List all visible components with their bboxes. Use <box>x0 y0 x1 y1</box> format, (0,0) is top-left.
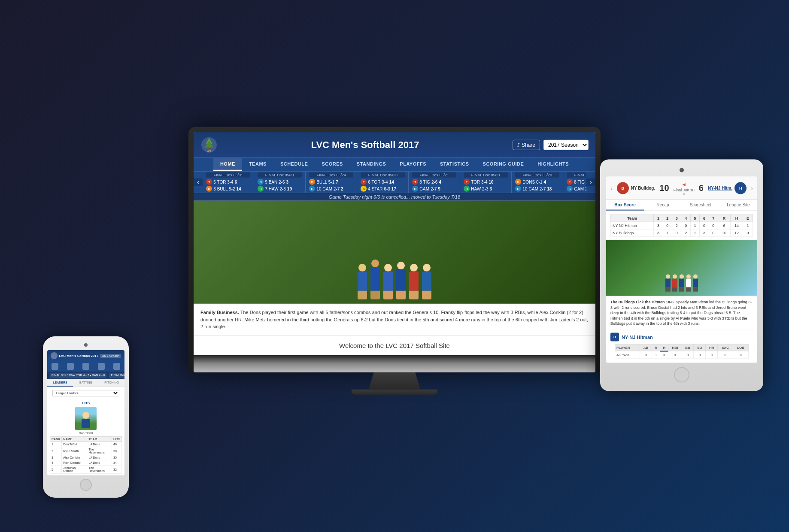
team-icon-gam: G <box>309 186 315 192</box>
season-select[interactable]: 2017 Season <box>543 140 589 150</box>
phone-stats-table: RANK NAME TEAM HITS 1 Don Trifari LA Don… <box>50 436 122 474</box>
phone-nav-stats-icon[interactable] <box>98 363 105 370</box>
score-card-3: FINAL Box 05/24 B BULL 5-1 7 G 10 GAM 2-… <box>306 172 357 193</box>
score-gam: 2 <box>341 186 343 191</box>
player-body-6 <box>422 272 431 291</box>
phone-league-select[interactable]: League Leaders <box>52 390 119 396</box>
team-icon-star: S <box>361 186 367 192</box>
player-legs-3 <box>383 291 393 299</box>
row2-e: 0 <box>743 229 753 236</box>
player-legs-2 <box>370 291 380 299</box>
player-body-2 <box>370 267 380 291</box>
table-row: NY Bulldogs 3 1 0 2 1 3 0 10 12 0 <box>611 229 753 236</box>
monitor-screen: LVC LVC Men's Softball 2017 ⤴ Share 2017… <box>194 132 595 372</box>
pt-player-name: Al Paleo <box>615 351 640 359</box>
row2-1: 3 <box>654 229 663 236</box>
player-legs-4 <box>396 291 406 299</box>
name-1: Don Trifari <box>62 442 87 447</box>
player-head-6 <box>423 264 431 272</box>
phone-tab-leaders[interactable]: LEADERS <box>47 379 73 387</box>
name-5: Jonathan Ottman <box>62 466 87 474</box>
mini-legs-3 <box>679 287 684 292</box>
tablet-tab-recap[interactable]: Recap <box>644 200 682 211</box>
row1-7: 0 <box>709 222 718 229</box>
score-date-7: FINAL Box 05/20 <box>515 172 559 178</box>
nav-scoring-guide[interactable]: SCORING GUIDE <box>476 158 531 171</box>
phone-logo-icon <box>51 352 58 359</box>
team-name-gam4: GAM 2-7 <box>574 186 586 191</box>
psm-card-2: FINAL Box 07/11 ▸ GEN • 7 <box>109 373 124 378</box>
score-row-8b: G GAM 2-7 9 <box>567 185 586 192</box>
nav-statistics[interactable]: STATISTICS <box>433 158 476 171</box>
row2-h: 12 <box>731 229 743 236</box>
team-name-gam2: GAM 2-7 <box>419 186 437 191</box>
scores-prev-arrow[interactable]: ‹ <box>194 178 203 186</box>
row2-2: 1 <box>663 229 672 236</box>
pt-col-sac: SAC <box>718 344 733 351</box>
phone-nav-schedule-icon[interactable] <box>82 363 89 370</box>
player-head-2 <box>371 260 379 267</box>
mini-legs-5 <box>693 287 698 292</box>
score-card-7: FINAL Box 05/20 D DONS 0-1 4 G 10 GAM 2-… <box>512 172 563 193</box>
nav-home[interactable]: HOME <box>213 158 242 171</box>
score-date-8: FINAL Box 05/20 <box>567 172 586 178</box>
logo-icon: LVC <box>200 136 218 154</box>
phone-nav-teams-icon[interactable] <box>67 363 74 370</box>
phone-avatar-person <box>82 409 90 428</box>
tablet-score-arrow: ◄ <box>681 181 686 187</box>
score-card-1: FINAL Box 06/01 T 6 TOR 3-4 6 B 3 BULL 5… <box>203 172 254 193</box>
hits-5: 32 <box>112 466 122 474</box>
mini-person-1 <box>665 275 671 292</box>
phone-home-button[interactable] <box>80 479 92 491</box>
tablet-next-arrow[interactable]: › <box>751 184 753 191</box>
team-name-bull: 3 BULL 5-2 <box>213 186 235 191</box>
col-7: 7 <box>709 215 718 222</box>
name-3: Alex Conklin <box>62 455 87 460</box>
score-row-7b: G 10 GAM 2-7 18 <box>515 185 559 192</box>
tablet-home-button[interactable] <box>674 367 689 383</box>
phone-tab-pitching[interactable]: PITCHING <box>99 379 124 387</box>
table-row: 4 Rich Colauro LA Dons 34 <box>50 460 122 466</box>
col-2: 2 <box>663 215 672 222</box>
row2-team: NY Bulldogs <box>611 229 654 236</box>
share-button[interactable]: ⤴ Share <box>513 140 540 150</box>
tablet-tab-boxscore[interactable]: Box Score <box>606 200 644 211</box>
player-head-4 <box>397 262 405 269</box>
tablet-away-score-num: 10 <box>659 183 669 193</box>
player-head-3 <box>384 264 392 272</box>
nav-scores[interactable]: SCORES <box>315 158 349 171</box>
phone-tab-batting[interactable]: BATTING <box>73 379 99 387</box>
pt-lob: 0 <box>733 351 749 359</box>
tablet-home-team: NY-NJ Hitm. H <box>708 182 747 194</box>
table-row: 2 Ryan Smith The Havenmans 38 <box>50 447 122 455</box>
announcement-text: Game Tuesday night 6/6 is cancelled... m… <box>329 194 461 200</box>
psm-card-1: FINAL Box 07/6 ▸ TOR 4 • 7 • BAN 4 • 6 <box>50 373 106 378</box>
nav-schedule[interactable]: SCHEDULE <box>273 158 315 171</box>
tablet-game-sub: ⚙ <box>674 192 695 196</box>
player-head-1 <box>358 264 366 272</box>
phone-nav-more-icon[interactable] <box>113 363 120 370</box>
site-logo: LVC <box>200 136 218 154</box>
nav-highlights[interactable]: HIGHLIGHTS <box>531 158 576 171</box>
phone-nav-home-icon[interactable] <box>52 363 58 370</box>
nav-teams[interactable]: TEAMS <box>242 158 273 171</box>
nav-standings[interactable]: STANDINGS <box>350 158 393 171</box>
nav-playoffs[interactable]: PLAYOFFS <box>393 158 433 171</box>
hits-3: 35 <box>112 455 122 460</box>
tablet-tab-scoresheet[interactable]: Scoresheet <box>682 200 719 211</box>
player-5 <box>409 264 419 299</box>
tablet-prev-arrow[interactable]: ‹ <box>610 184 613 191</box>
score-card-2: FINAL Box 05/31 B 9 BAN 2-6 3 H 7 HAW 2-… <box>254 172 306 193</box>
site-title: LVC Men's Softball 2017 <box>218 139 513 151</box>
team-icon-haw: H <box>258 186 264 192</box>
player-body-3 <box>383 272 393 291</box>
row1-5: 1 <box>690 222 699 229</box>
phone-player-name: Don Trifari <box>50 432 122 435</box>
scores-next-arrow[interactable]: › <box>586 178 595 186</box>
mini-legs-2 <box>672 287 677 292</box>
mini-person-4 <box>686 275 691 292</box>
tablet-tab-leaguesite[interactable]: League Site <box>719 200 757 211</box>
phone-hits-title: HITS <box>50 401 122 405</box>
table-row: 5 Jonathan Ottman The Havenmans 32 <box>50 466 122 474</box>
pt-rbi: 3 <box>668 351 682 359</box>
